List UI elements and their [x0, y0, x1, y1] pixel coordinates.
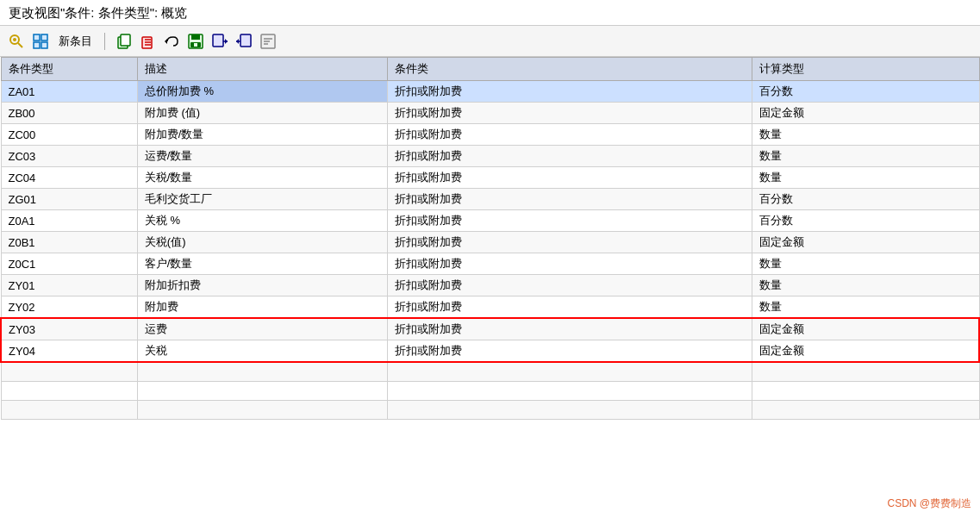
calc-cell: 百分数 [752, 189, 979, 210]
col-header-calc[interactable]: 计算类型 [752, 58, 979, 81]
type-cell: ZB00 [1, 103, 137, 124]
svg-rect-17 [194, 43, 197, 47]
calc-cell: 数量 [752, 146, 979, 167]
class-cell: 折扣或附加费 [388, 146, 752, 167]
class-cell: 折扣或附加费 [388, 103, 752, 124]
class-cell: 折扣或附加费 [388, 167, 752, 189]
empty-row [1, 382, 979, 401]
type-cell: ZA01 [1, 81, 137, 103]
desc-cell: 关税 % [137, 210, 387, 232]
calc-cell: 数量 [752, 167, 979, 189]
type-cell: ZC00 [1, 124, 137, 146]
class-cell: 折扣或附加费 [388, 232, 752, 253]
calc-cell: 固定金额 [752, 103, 979, 124]
empty-row [1, 401, 979, 420]
desc-cell: 关税 [137, 340, 387, 363]
table-area: 条件类型 描述 条件类 计算类型 ZA01总价附加费 %折扣或附加费百分数ZB0… [0, 57, 980, 518]
svg-rect-5 [34, 42, 40, 48]
svg-rect-21 [240, 34, 251, 47]
table-row[interactable]: ZY02附加费折扣或附加费数量 [1, 296, 979, 319]
svg-rect-8 [121, 34, 130, 46]
main-table: 条件类型 描述 条件类 计算类型 ZA01总价附加费 %折扣或附加费百分数ZB0… [0, 57, 980, 420]
col-header-desc[interactable]: 描述 [137, 58, 387, 81]
save-icon[interactable] [186, 32, 205, 51]
desc-cell: 运费/数量 [137, 146, 387, 167]
desc-cell: 附加费 (值) [137, 103, 387, 124]
table-row[interactable]: Z0C1客户/数量折扣或附加费数量 [1, 253, 979, 275]
svg-rect-4 [41, 34, 47, 41]
type-cell: Z0A1 [1, 210, 137, 232]
svg-rect-15 [191, 34, 200, 40]
copy-icon[interactable] [114, 32, 133, 51]
calc-cell: 固定金额 [752, 232, 979, 253]
calc-cell: 百分数 [752, 210, 979, 232]
calc-cell: 数量 [752, 124, 979, 146]
table-row[interactable]: Z0A1关税 %折扣或附加费百分数 [1, 210, 979, 232]
select-icon[interactable] [7, 32, 26, 51]
svg-line-1 [18, 43, 22, 47]
title-bar: 更改视图"条件: 条件类型": 概览 [0, 0, 980, 26]
more-icon[interactable] [259, 32, 278, 51]
type-cell: ZC04 [1, 167, 137, 189]
type-cell: ZY01 [1, 275, 137, 296]
svg-marker-20 [225, 39, 228, 44]
class-cell: 折扣或附加费 [388, 318, 752, 340]
type-cell: Z0C1 [1, 253, 137, 275]
desc-cell: 附加费/数量 [137, 124, 387, 146]
svg-point-2 [13, 38, 16, 41]
calc-cell: 数量 [752, 253, 979, 275]
desc-cell: 关税(值) [137, 232, 387, 253]
table-row[interactable]: ZG01毛利交货工厂折扣或附加费百分数 [1, 189, 979, 210]
calc-cell: 数量 [752, 275, 979, 296]
table-row[interactable]: ZC04关税/数量折扣或附加费数量 [1, 167, 979, 189]
calc-cell: 固定金额 [752, 318, 979, 340]
class-cell: 折扣或附加费 [388, 253, 752, 275]
desc-cell: 关税/数量 [137, 167, 387, 189]
undo-icon[interactable] [162, 32, 181, 51]
calc-cell: 数量 [752, 296, 979, 319]
new-item-button[interactable]: 新条目 [55, 34, 96, 49]
type-cell: ZY04 [1, 340, 137, 363]
type-cell: Z0B1 [1, 232, 137, 253]
import-icon[interactable] [234, 32, 253, 51]
svg-marker-23 [236, 39, 239, 44]
svg-rect-18 [213, 34, 223, 47]
window-container: 更改视图"条件: 条件类型": 概览 新条目 [0, 0, 980, 518]
toolbar-separator-1 [104, 33, 105, 50]
desc-cell: 总价附加费 % [137, 81, 387, 103]
table-row[interactable]: ZC03运费/数量折扣或附加费数量 [1, 146, 979, 167]
table-row[interactable]: ZC00附加费/数量折扣或附加费数量 [1, 124, 979, 146]
class-cell: 折扣或附加费 [388, 81, 752, 103]
svg-rect-6 [41, 42, 47, 48]
desc-cell: 毛利交货工厂 [137, 189, 387, 210]
svg-marker-13 [165, 39, 167, 44]
type-cell: ZY02 [1, 296, 137, 319]
delete-icon[interactable] [138, 32, 157, 51]
svg-rect-3 [34, 34, 40, 41]
desc-cell: 附加折扣费 [137, 275, 387, 296]
table-row[interactable]: ZY04关税折扣或附加费固定金额 [1, 340, 979, 363]
class-cell: 折扣或附加费 [388, 189, 752, 210]
empty-row [1, 362, 979, 382]
calc-cell: 百分数 [752, 81, 979, 103]
type-cell: ZG01 [1, 189, 137, 210]
col-header-class[interactable]: 条件类 [388, 58, 752, 81]
calc-cell: 固定金额 [752, 340, 979, 363]
table-row[interactable]: ZY01附加折扣费折扣或附加费数量 [1, 275, 979, 296]
desc-cell: 客户/数量 [137, 253, 387, 275]
page-title: 更改视图"条件: 条件类型": 概览 [9, 5, 187, 22]
class-cell: 折扣或附加费 [388, 296, 752, 319]
table-row[interactable]: Z0B1关税(值)折扣或附加费固定金额 [1, 232, 979, 253]
table-header-row: 条件类型 描述 条件类 计算类型 [1, 58, 979, 81]
export-icon[interactable] [210, 32, 229, 51]
table-row[interactable]: ZY03运费折扣或附加费固定金额 [1, 318, 979, 340]
class-cell: 折扣或附加费 [388, 340, 752, 363]
overview-icon[interactable] [31, 32, 50, 51]
col-header-type[interactable]: 条件类型 [1, 58, 137, 81]
table-row[interactable]: ZA01总价附加费 %折扣或附加费百分数 [1, 81, 979, 103]
desc-cell: 运费 [137, 318, 387, 340]
class-cell: 折扣或附加费 [388, 124, 752, 146]
table-row[interactable]: ZB00附加费 (值)折扣或附加费固定金额 [1, 103, 979, 124]
type-cell: ZC03 [1, 146, 137, 167]
desc-cell: 附加费 [137, 296, 387, 319]
